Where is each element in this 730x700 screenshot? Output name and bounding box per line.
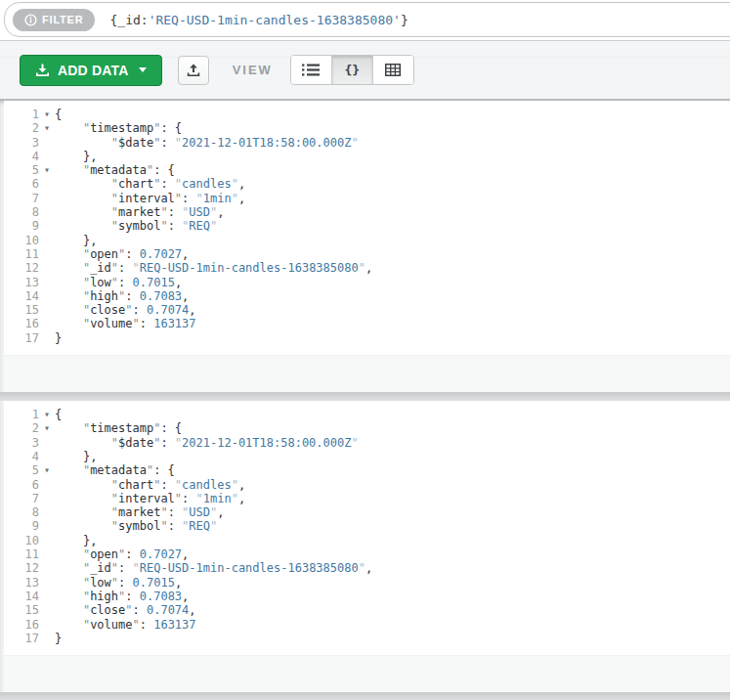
line-number: 17 xyxy=(4,632,39,645)
json-line-text: "market": "USD", xyxy=(55,505,224,519)
json-line: 7 "interval": "1min", xyxy=(4,192,730,205)
line-number: 3 xyxy=(4,136,39,150)
filter-input[interactable]: FILTER {_id:'REQ-USD-1min-candles-163838… xyxy=(4,2,730,37)
caret-spacer xyxy=(39,192,55,205)
view-toggle-json[interactable]: {} xyxy=(331,56,372,84)
line-number: 2 xyxy=(4,421,39,435)
json-line: 16 "volume": 163137 xyxy=(4,618,730,632)
caret-spacer xyxy=(39,547,55,561)
line-number: 13 xyxy=(4,576,39,590)
json-line: 4 }, xyxy=(4,150,730,163)
json-line-text: }, xyxy=(55,450,97,463)
line-number: 10 xyxy=(4,534,39,547)
export-button[interactable] xyxy=(178,56,209,85)
json-line: 12 "_id": "REQ-USD-1min-candles-16383850… xyxy=(4,261,730,275)
json-line-text: "interval": "1min", xyxy=(55,192,245,205)
json-line: 16 "volume": 163137 xyxy=(4,317,730,330)
caret-spacer xyxy=(39,450,55,463)
add-data-label: ADD DATA xyxy=(58,63,129,78)
card-footer xyxy=(4,655,730,692)
json-line: 13 "low": 0.7015, xyxy=(4,576,730,590)
json-line: 9 "symbol": "REQ" xyxy=(4,519,730,533)
json-line: 5▾ "metadata": { xyxy=(4,163,730,177)
filter-query-input[interactable]: {_id:'REQ-USD-1min-candles-1638385080'} xyxy=(109,13,408,27)
line-number: 11 xyxy=(4,547,39,561)
line-number: 16 xyxy=(4,317,39,330)
json-line: 6 "chart": "candles", xyxy=(4,177,730,191)
json-line-text: }, xyxy=(55,534,97,547)
table-icon xyxy=(385,64,401,76)
collapse-caret-icon[interactable]: ▾ xyxy=(39,121,55,135)
caret-spacer xyxy=(39,632,55,645)
line-number: 12 xyxy=(4,561,39,575)
collapse-caret-icon[interactable]: ▾ xyxy=(39,463,55,477)
view-toggle-list[interactable] xyxy=(291,56,331,84)
caret-spacer xyxy=(39,261,55,275)
line-number: 9 xyxy=(4,219,39,233)
braces-icon: {} xyxy=(345,63,361,77)
document-card: 1▾{2▾ "timestamp": {3 "$date": "2021-12-… xyxy=(4,401,730,692)
caret-spacer xyxy=(39,618,55,632)
json-line: 2▾ "timestamp": { xyxy=(4,121,730,135)
json-line-text: }, xyxy=(55,234,97,247)
json-line-text: "chart": "candles", xyxy=(55,478,245,492)
json-line-text: "high": 0.7083, xyxy=(55,590,189,603)
collapse-caret-icon[interactable]: ▾ xyxy=(39,108,55,121)
json-line: 10 }, xyxy=(4,534,730,547)
json-line: 17} xyxy=(4,331,730,345)
collapse-caret-icon[interactable]: ▾ xyxy=(39,163,55,177)
line-number: 1 xyxy=(4,108,39,121)
json-line-text: "symbol": "REQ" xyxy=(55,219,217,233)
json-line: 4 }, xyxy=(4,450,730,463)
json-line-text: "low": 0.7015, xyxy=(55,576,182,590)
filter-query-value: 'REQ-USD-1min-candles-1638385080' xyxy=(149,13,401,27)
line-number: 11 xyxy=(4,247,39,261)
line-number: 9 xyxy=(4,519,39,533)
caret-spacer xyxy=(39,576,55,590)
json-line-text: "close": 0.7074, xyxy=(55,603,196,617)
line-number: 3 xyxy=(4,436,39,450)
json-line-text: "$date": "2021-12-01T18:58:00.000Z" xyxy=(55,436,359,450)
document-card: 1▾{2▾ "timestamp": {3 "$date": "2021-12-… xyxy=(4,101,730,392)
json-code-block: 1▾{2▾ "timestamp": {3 "$date": "2021-12-… xyxy=(4,401,730,655)
filter-pill: FILTER xyxy=(13,9,95,31)
caret-spacer xyxy=(39,534,55,547)
json-line-text: "open": 0.7027, xyxy=(55,247,189,261)
upload-tray-icon xyxy=(187,64,200,77)
json-line: 3 "$date": "2021-12-01T18:58:00.000Z" xyxy=(4,436,730,450)
line-number: 14 xyxy=(4,590,39,603)
json-line: 8 "market": "USD", xyxy=(4,205,730,219)
collapse-caret-icon[interactable]: ▾ xyxy=(39,408,55,421)
json-line-text: }, xyxy=(55,150,97,163)
caret-spacer xyxy=(39,150,55,163)
view-toggle-table[interactable] xyxy=(372,56,413,84)
json-line-text: "metadata": { xyxy=(55,463,175,477)
json-line: 14 "high": 0.7083, xyxy=(4,289,730,303)
caret-spacer xyxy=(39,234,55,247)
json-line-text: { xyxy=(55,408,62,421)
caret-spacer xyxy=(39,136,55,150)
line-number: 2 xyxy=(4,121,39,135)
json-line-text: "high": 0.7083, xyxy=(55,289,189,303)
line-number: 13 xyxy=(4,276,39,289)
json-line-text: "timestamp": { xyxy=(55,121,182,135)
json-line: 11 "open": 0.7027, xyxy=(4,247,730,261)
caret-spacer xyxy=(39,303,55,317)
json-line-text: } xyxy=(55,331,62,345)
json-line: 15 "close": 0.7074, xyxy=(4,603,730,617)
json-line: 8 "market": "USD", xyxy=(4,505,730,519)
caret-spacer xyxy=(39,276,55,289)
view-toggle-group: {} xyxy=(290,55,414,85)
line-number: 15 xyxy=(4,603,39,617)
add-data-button[interactable]: ADD DATA xyxy=(20,55,162,86)
json-line: 3 "$date": "2021-12-01T18:58:00.000Z" xyxy=(4,136,730,150)
caret-spacer xyxy=(39,519,55,533)
json-line: 1▾{ xyxy=(4,108,730,121)
collapse-caret-icon[interactable]: ▾ xyxy=(39,421,55,435)
json-line: 1▾{ xyxy=(4,408,730,421)
caret-spacer xyxy=(39,247,55,261)
line-number: 1 xyxy=(4,408,39,421)
json-line: 7 "interval": "1min", xyxy=(4,492,730,505)
documents-toolbar: ADD DATA VIEW {} xyxy=(0,40,730,101)
caret-spacer xyxy=(39,603,55,617)
